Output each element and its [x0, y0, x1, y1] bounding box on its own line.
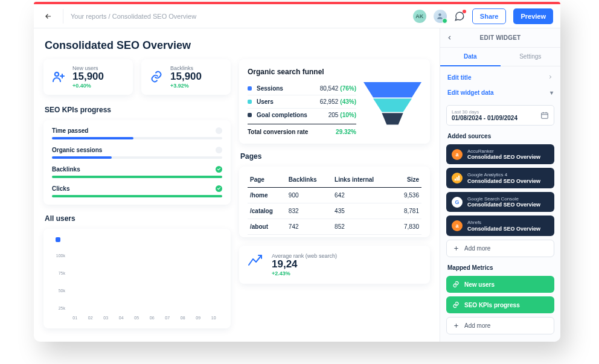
edit-data-label: Edit widget data	[447, 89, 494, 96]
status-badge	[216, 185, 222, 192]
funnel-icon	[364, 82, 421, 130]
progress-track	[52, 156, 222, 159]
x-tick: 08	[177, 316, 189, 320]
source-sub: Consolidated SEO Overview	[467, 178, 540, 184]
trend-icon	[248, 253, 266, 269]
plus-icon	[453, 245, 460, 252]
funnel-row: Users 62,952 (43%)	[248, 95, 356, 109]
stat-new-users[interactable]: New users 15,900 +0.40%	[43, 59, 133, 95]
add-metric-button[interactable]: Add more	[446, 317, 554, 334]
status-badge	[216, 127, 222, 134]
funnel-value: 205	[328, 112, 339, 118]
edit-title-button[interactable]: Edit title	[446, 70, 554, 85]
funnel-label: Sessions	[257, 85, 320, 92]
x-tick: 06	[146, 316, 158, 320]
edit-widget-data-button[interactable]: Edit widget data ▾	[446, 85, 554, 100]
avatar[interactable]: AK	[413, 10, 426, 23]
main-canvas: Consolidated SEO Overview New users	[34, 28, 440, 342]
x-tick: 04	[115, 316, 127, 320]
kpi-row: Time passed	[52, 127, 222, 139]
status-badge	[216, 166, 222, 173]
tab-data[interactable]: Data	[440, 48, 501, 66]
x-tick: 03	[100, 316, 112, 320]
cell-size: 9,536	[394, 188, 421, 203]
date-value: 01/08/2024 - 01/09/2024	[452, 115, 536, 121]
link-icon	[452, 301, 460, 308]
funnel-value: 62,952	[320, 98, 339, 105]
kpi-row: Organic sessions	[52, 147, 222, 159]
source-card[interactable]: Google Analytics 4Consolidated SEO Overv…	[446, 168, 554, 188]
source-card[interactable]: GGoogle Search ConsoleConsolidated SEO O…	[446, 192, 554, 212]
link-icon	[149, 69, 164, 85]
user-icon	[436, 12, 444, 20]
funnel-total: Total conversion rate29.32%	[248, 124, 356, 135]
progress-fill	[52, 195, 222, 197]
kpi-label: Backlinks	[52, 166, 80, 173]
funnel-title: Organic search funnel	[248, 68, 421, 76]
user-plus-icon	[51, 69, 66, 85]
metric-card[interactable]: New users	[446, 276, 554, 293]
edit-title-label: Edit title	[447, 74, 471, 81]
x-tick: 10	[208, 316, 220, 320]
bullet-icon	[248, 100, 252, 104]
table-row[interactable]: /home 900 642 9,536	[248, 188, 421, 203]
preview-button[interactable]: Preview	[513, 8, 553, 24]
source-card[interactable]: aAccuRankerConsolidated SEO Overview	[446, 144, 554, 165]
x-tick: 01	[69, 316, 81, 320]
cell-internal: 852	[332, 219, 394, 235]
chart-title: All users	[45, 214, 231, 223]
tab-settings[interactable]: Settings	[501, 48, 561, 66]
chevron-left-icon	[446, 34, 453, 41]
bullet-icon	[248, 86, 252, 91]
share-button[interactable]: Share	[472, 8, 507, 24]
sidebar: EDIT WIDGET Data Settings Edit title Edi…	[440, 28, 560, 342]
source-icon: a	[452, 149, 463, 160]
funnel-pct: (10%)	[340, 112, 356, 118]
stat-delta: +3.92%	[170, 83, 202, 89]
bullet-icon	[248, 113, 252, 117]
pages-card: Page Backlinks Links internal Size /home…	[239, 167, 430, 237]
add-source-button[interactable]: Add more	[446, 240, 554, 257]
sidebar-title: EDIT WIDGET	[458, 34, 560, 41]
table-row[interactable]: /about 742 852 7,830	[248, 219, 421, 235]
added-sources-title: Added sources	[447, 133, 553, 139]
metric-card[interactable]: SEO KPIs progress	[446, 296, 554, 313]
chat-icon	[454, 11, 465, 22]
source-card[interactable]: aAhrefsConsolidated SEO Overview	[446, 216, 554, 236]
status-badge	[216, 147, 222, 153]
back-button[interactable]	[41, 12, 56, 21]
kpi-card: Time passed Organic sessions Backlinks C…	[43, 120, 231, 205]
add-more-label: Add more	[464, 322, 490, 329]
date-range-picker[interactable]: Last 30 days 01/08/2024 - 01/09/2024	[446, 105, 554, 126]
x-tick: 07	[161, 316, 173, 320]
y-tick: 75k	[52, 271, 65, 275]
cell-backlinks: 742	[286, 219, 332, 235]
stat-value: 15,900	[170, 71, 202, 83]
chevron-right-icon	[548, 74, 553, 81]
kpi-label: Clicks	[52, 185, 69, 192]
divider	[63, 9, 63, 24]
bar-chart: 100k75k50k25k 01 02 03 04 05 06 07 08 09…	[52, 247, 222, 321]
all-users-card: 100k75k50k25k 01 02 03 04 05 06 07 08 09…	[43, 229, 231, 328]
funnel-label: Users	[257, 98, 320, 105]
avatar[interactable]	[434, 10, 447, 23]
svg-marker-4	[382, 113, 403, 124]
th-internal: Links internal	[332, 173, 394, 188]
x-tick: 02	[85, 316, 97, 320]
stat-backlinks[interactable]: Backlinks 15,900 +3.92%	[141, 59, 231, 95]
ga4-icon	[452, 173, 463, 184]
kpi-label: Organic sessions	[52, 147, 102, 153]
cell-size: 8,781	[394, 203, 421, 219]
table-row[interactable]: /catalog 832 435 8,781	[248, 203, 421, 219]
notifications-button[interactable]	[454, 11, 465, 22]
link-icon	[452, 281, 460, 288]
progress-fill	[52, 156, 112, 159]
sidebar-back-button[interactable]	[440, 34, 458, 41]
th-size: Size	[394, 173, 421, 188]
cell-backlinks: 900	[286, 188, 332, 203]
y-tick: 50k	[52, 289, 65, 293]
svg-marker-2	[364, 82, 421, 98]
svg-rect-5	[542, 113, 548, 118]
cell-size: 7,830	[394, 219, 421, 235]
average-rank-card: Average rank (web search) 19,24 +2.43%	[239, 246, 430, 284]
